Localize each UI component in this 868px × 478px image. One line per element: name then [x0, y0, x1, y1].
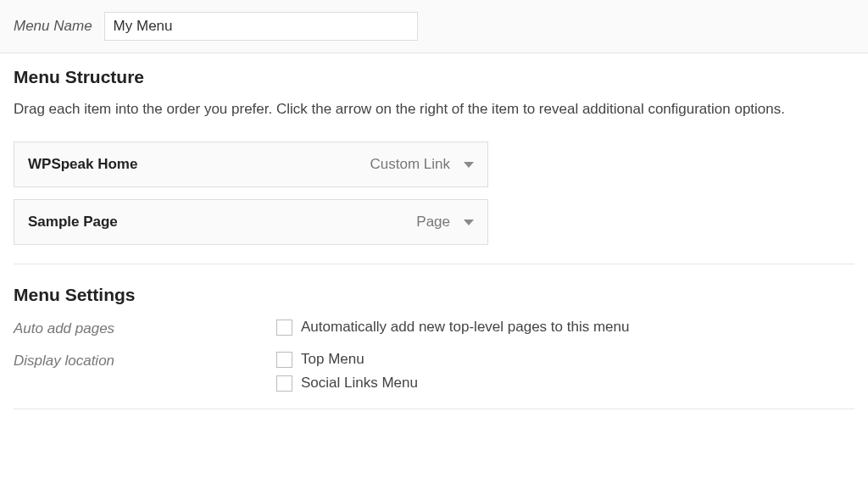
- menu-item-controls: Custom Link: [370, 156, 474, 173]
- display-location-row: Display location Top Menu Social Links M…: [14, 351, 854, 392]
- menu-item[interactable]: Sample Page Page: [14, 199, 488, 245]
- menu-item-title: WPSpeak Home: [28, 156, 137, 173]
- menu-item-type: Custom Link: [370, 156, 450, 173]
- divider: [14, 409, 854, 409]
- menu-structure-instructions: Drag each item into the order you prefer…: [14, 101, 854, 118]
- social-links-label: Social Links Menu: [301, 375, 418, 392]
- auto-add-checkbox-row: Automatically add new top-level pages to…: [276, 319, 629, 336]
- auto-add-checkbox-label: Automatically add new top-level pages to…: [301, 319, 629, 336]
- chevron-down-icon[interactable]: [464, 220, 474, 225]
- top-menu-checkbox[interactable]: [276, 352, 292, 368]
- display-location-option-row: Top Menu: [276, 351, 418, 368]
- display-location-label: Display location: [14, 351, 276, 370]
- auto-add-pages-label: Auto add pages: [14, 319, 276, 337]
- menu-settings-heading: Menu Settings: [14, 285, 854, 305]
- auto-add-pages-row: Auto add pages Automatically add new top…: [14, 319, 854, 337]
- menu-item-type: Page: [416, 214, 450, 231]
- menu-item-title: Sample Page: [28, 214, 118, 231]
- menu-item-controls: Page: [416, 214, 474, 231]
- divider: [14, 264, 854, 264]
- chevron-down-icon[interactable]: [464, 162, 474, 168]
- menu-name-input[interactable]: [104, 12, 418, 41]
- menu-name-bar: Menu Name: [0, 0, 868, 53]
- menu-items-list: WPSpeak Home Custom Link Sample Page Pag…: [14, 142, 854, 245]
- display-location-control: Top Menu Social Links Menu: [276, 351, 418, 392]
- auto-add-pages-control: Automatically add new top-level pages to…: [276, 319, 629, 336]
- menu-structure-heading: Menu Structure: [14, 67, 854, 87]
- display-location-option-row: Social Links Menu: [276, 375, 418, 392]
- menu-structure-section: Menu Structure Drag each item into the o…: [0, 53, 868, 409]
- auto-add-checkbox[interactable]: [276, 320, 292, 336]
- social-links-checkbox[interactable]: [276, 375, 292, 392]
- top-menu-label: Top Menu: [301, 351, 364, 368]
- menu-name-label: Menu Name: [14, 18, 92, 35]
- menu-item[interactable]: WPSpeak Home Custom Link: [14, 142, 488, 187]
